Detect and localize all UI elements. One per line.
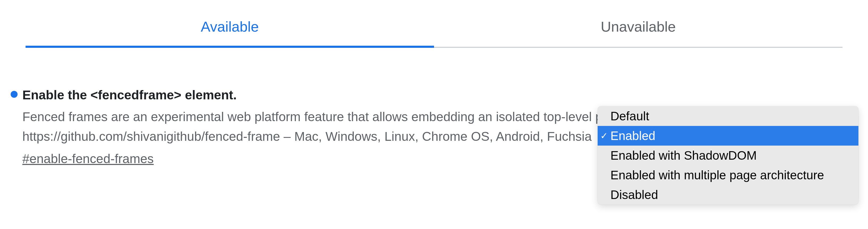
tabs-container: Available Unavailable [26,0,842,48]
flag-hash-link[interactable]: #enable-fenced-frames [22,152,154,166]
dropdown-option[interactable]: Disabled [598,185,859,204]
dropdown-option[interactable]: ✓Enabled [598,126,859,146]
checkmark-icon: ✓ [600,130,608,141]
dropdown-option-label: Default [611,109,649,123]
dropdown-option[interactable]: Enabled with ShadowDOM [598,146,859,165]
content-area: Enable the <fencedframe> element. Fenced… [11,88,842,166]
dropdown-option-label: Enabled with ShadowDOM [611,149,757,162]
tab-unavailable[interactable]: Unavailable [434,0,842,48]
dropdown-option-label: Enabled with multiple page architecture [611,168,824,182]
tab-underline-active [26,46,434,48]
dropdown-option-label: Enabled [611,129,655,143]
modified-indicator-icon [11,91,18,98]
dropdown-option[interactable]: Enabled with multiple page architecture [598,165,859,185]
tab-unavailable-label: Unavailable [600,18,676,35]
flag-title: Enable the <fencedframe> element. [22,88,810,102]
flag-state-dropdown[interactable]: Default✓EnabledEnabled with ShadowDOMEna… [598,106,859,204]
tab-available[interactable]: Available [26,0,434,48]
dropdown-option-label: Disabled [611,188,658,202]
tab-available-label: Available [200,18,259,35]
dropdown-option[interactable]: Default [598,106,859,126]
